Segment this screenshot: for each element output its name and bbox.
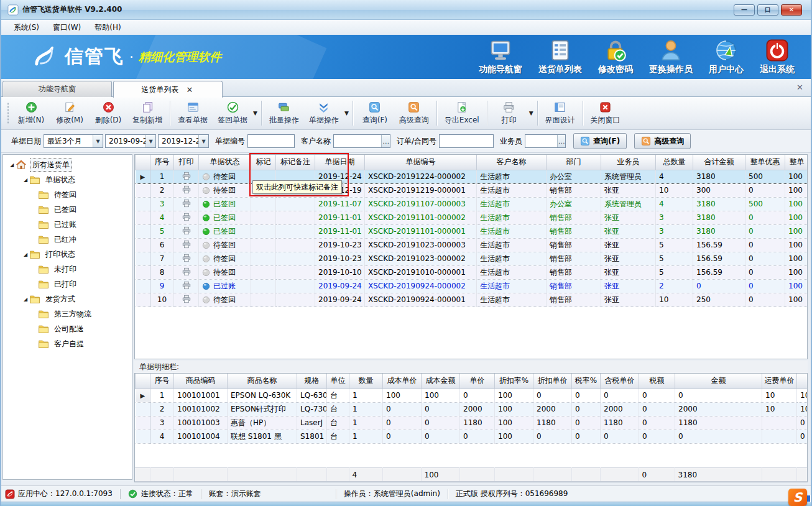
main-col-header[interactable]: 标记 <box>251 155 276 170</box>
main-col-header[interactable]: 单据编号 <box>365 155 477 170</box>
toolbar-printer-button[interactable]: 打印 <box>490 99 528 127</box>
detail-row-4[interactable]: 4100101004联想 S1801 黑S1801台1000100000000 <box>136 430 808 443</box>
customer-input[interactable]: … <box>333 134 390 148</box>
order-row-10[interactable]: 10待签回2019-09-24XSCKD-20190924-000001生活超市… <box>136 293 808 306</box>
toolbar-chevrons-down-button[interactable]: 单据操作 <box>304 99 344 127</box>
tree-item-待签回[interactable]: 待签回 <box>3 187 132 202</box>
toolbar-add-button[interactable]: 新增(N) <box>12 99 50 127</box>
main-col-header[interactable]: 打印 <box>174 155 199 170</box>
tab-1[interactable]: 送货单列表✕ <box>113 81 223 98</box>
detail-col-header[interactable]: 商品名称 <box>228 374 297 389</box>
detail-col-header[interactable]: 运费单价 <box>762 374 797 389</box>
toolbar-copy-button[interactable]: 复制新增 <box>127 99 167 127</box>
toolbar-view-doc-button[interactable]: 查看单据 <box>173 99 213 127</box>
chevron-down-icon[interactable]: ▼ <box>93 135 103 147</box>
banner-action-globe[interactable]: 用户中心 <box>709 39 744 75</box>
tree-item-未打印[interactable]: 未打印 <box>3 262 132 277</box>
toolbar-batch-button[interactable]: 批量操作 <box>264 99 304 127</box>
order-row-1[interactable]: ▶1待签回2019-12-24XSCKD-20191224-000002生活超市… <box>136 170 808 183</box>
tree-item-所有送货单[interactable]: ◢所有送货单 <box>3 157 132 172</box>
strip-close-icon[interactable]: ✕ <box>796 83 803 92</box>
dropdown-arrow-icon[interactable]: ▼ <box>253 110 257 116</box>
banner-action-monitor[interactable]: 功能导航窗 <box>479 39 522 75</box>
mark-note-cell[interactable] <box>276 238 315 252</box>
order-row-8[interactable]: 8待签回2019-10-10XSCKD-20191010-000001生活超市销… <box>136 265 808 279</box>
detail-col-header[interactable]: 序号 <box>150 374 174 389</box>
date-range-select[interactable]: 最近3个月▼ <box>44 134 103 148</box>
chevron-down-icon[interactable]: ▼ <box>145 135 155 147</box>
order-row-4[interactable]: 4已签回2019-11-01XSCKD-20191101-000002生活超市销… <box>136 211 808 224</box>
print-status-icon[interactable] <box>182 185 191 194</box>
salesman-input[interactable]: … <box>525 134 566 148</box>
detail-col-header[interactable]: 数量 <box>349 374 383 389</box>
banner-action-power[interactable]: 退出系统 <box>760 39 795 75</box>
print-status-icon[interactable] <box>182 267 191 276</box>
mark-note-cell[interactable] <box>276 197 315 211</box>
mark-cell[interactable] <box>251 279 276 293</box>
mark-cell[interactable] <box>251 265 276 279</box>
toolbar-check-button[interactable]: 签回单据 <box>213 99 252 127</box>
toolbar-search-blue-button[interactable]: 查询(F) <box>356 99 394 127</box>
detail-col-header[interactable]: 规格 <box>297 374 327 389</box>
toolbar-excel-button[interactable]: 导出Excel <box>440 99 484 127</box>
tree-expander-icon[interactable]: ◢ <box>22 297 29 302</box>
main-col-header[interactable]: 单据日期 <box>315 155 365 170</box>
menu-item-2[interactable]: 帮助(H) <box>88 21 127 35</box>
tree-item-单据状态[interactable]: ◢单据状态 <box>3 172 132 187</box>
main-col-header[interactable]: 总数量 <box>656 155 693 170</box>
mark-note-cell[interactable] <box>276 211 315 224</box>
banner-action-list[interactable]: 送货单列表 <box>538 39 582 75</box>
order-row-9[interactable]: 9已过账2019-09-24XSCKD-20190924-000002生活超市销… <box>136 279 808 293</box>
main-col-header[interactable]: 业务员 <box>601 155 656 170</box>
minimize-button[interactable]: — <box>734 4 755 16</box>
order-row-7[interactable]: 7待签回2019-10-23XSCKD-20191023-000002生活超市销… <box>136 252 808 265</box>
print-status-icon[interactable] <box>182 281 191 290</box>
tree-expander-icon[interactable]: ◢ <box>22 252 29 257</box>
main-col-header[interactable]: 标记备注 <box>276 155 315 170</box>
menu-item-0[interactable]: 系统(S) <box>7 21 45 35</box>
detail-col-header[interactable]: 折扣率% <box>495 374 533 389</box>
date-from-select[interactable]: 2019-09-24▼ <box>105 134 156 148</box>
detail-col-header[interactable]: 税额 <box>639 374 675 389</box>
mark-note-cell[interactable] <box>276 265 315 279</box>
mark-note-cell[interactable] <box>276 279 315 293</box>
mark-note-cell[interactable] <box>276 252 315 265</box>
print-status-icon[interactable] <box>182 199 191 208</box>
mark-note-cell[interactable] <box>276 224 315 238</box>
tree-item-已打印[interactable]: 已打印 <box>3 277 132 292</box>
mark-cell[interactable] <box>251 211 276 224</box>
close-button[interactable]: ✕ <box>781 4 802 16</box>
query-button[interactable]: 查询(F) <box>573 133 627 149</box>
main-col-header[interactable]: 整单优惠 <box>745 155 785 170</box>
detail-col-header[interactable] <box>136 374 150 389</box>
tree-item-第三方物流[interactable]: 第三方物流 <box>3 306 132 321</box>
dropdown-arrow-icon[interactable]: ▼ <box>529 110 533 116</box>
toolbar-design-button[interactable]: 界面设计 <box>540 99 580 127</box>
toolbar-delete-button[interactable]: 删除(D) <box>89 99 127 127</box>
tab-close-icon[interactable]: ✕ <box>185 85 195 94</box>
detail-col-header[interactable]: 含税单价 <box>601 374 639 389</box>
main-col-header[interactable]: 单据状态 <box>199 155 251 170</box>
mark-note-cell[interactable] <box>276 293 315 306</box>
tree-item-发货方式[interactable]: ◢发货方式 <box>3 292 132 306</box>
order-row-5[interactable]: 5已签回2019-11-01XSCKD-20191101-000001生活超市销… <box>136 224 808 238</box>
print-status-icon[interactable] <box>182 240 191 249</box>
order-row-2[interactable]: 2待签回2019-12-19XSCKD-20191219-000001生活超市销… <box>136 183 808 197</box>
toolbar-close-win-button[interactable]: 关闭窗口 <box>586 99 625 127</box>
doc-no-input[interactable] <box>247 134 295 148</box>
detail-row-3[interactable]: 3100101003惠普（HP）LaserJ台10011801001180011… <box>136 416 808 430</box>
main-col-header[interactable]: 合计金额 <box>693 155 745 170</box>
dropdown-arrow-icon[interactable]: ▼ <box>344 110 349 116</box>
chevron-down-icon[interactable]: ▼ <box>198 135 208 147</box>
mark-cell[interactable] <box>251 224 276 238</box>
order-row-6[interactable]: 6待签回2019-10-23XSCKD-20191023-000003生活超市销… <box>136 238 808 252</box>
mark-cell[interactable] <box>251 293 276 306</box>
tree-expander-icon[interactable]: ◢ <box>8 162 16 168</box>
tree-expander-icon[interactable]: ◢ <box>22 177 29 183</box>
tab-0[interactable]: 功能导航窗 <box>2 81 112 97</box>
mark-cell[interactable] <box>251 197 276 211</box>
lookup-ellipsis-button[interactable]: … <box>557 135 565 147</box>
mark-cell[interactable] <box>251 238 276 252</box>
detail-col-header[interactable]: 税率% <box>572 374 601 389</box>
detail-col-header[interactable]: 单价 <box>460 374 495 389</box>
